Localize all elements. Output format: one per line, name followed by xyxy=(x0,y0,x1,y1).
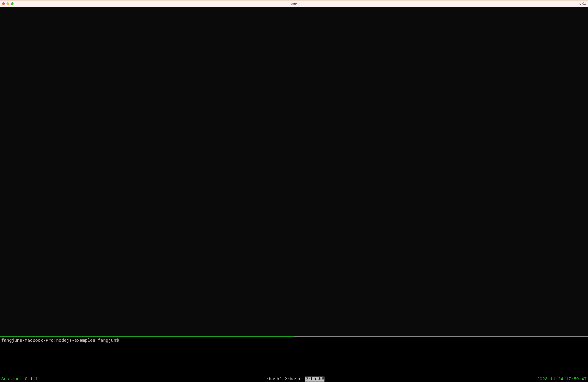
session-num-1: 1 xyxy=(30,377,33,382)
maximize-button[interactable] xyxy=(11,2,14,5)
shell-prompt: fangjuns-MacBook-Pro:nodejs-examples fan… xyxy=(1,337,587,344)
minimize-button[interactable] xyxy=(6,2,9,5)
traffic-lights xyxy=(2,2,14,5)
status-session: Session: 0 1 1 xyxy=(1,377,38,382)
terminal-window: tmux ⌥⌘1 fangjuns-MacBook-Pro:nodejs-exa… xyxy=(0,0,588,382)
status-windows: 1:bash* 2:bash- 3:bash# xyxy=(264,377,324,382)
close-button[interactable] xyxy=(2,2,5,5)
window-tab-2[interactable]: 2:bash- xyxy=(284,377,303,382)
window-title: tmux xyxy=(291,2,297,5)
tmux-pane-top[interactable] xyxy=(0,7,588,336)
window-tab-1[interactable]: 1:bash* xyxy=(264,377,282,382)
tmux-pane-bottom[interactable]: fangjuns-MacBook-Pro:nodejs-examples fan… xyxy=(0,337,588,376)
terminal-body[interactable]: fangjuns-MacBook-Pro:nodejs-examples fan… xyxy=(0,7,588,382)
session-num-0: 0 xyxy=(25,377,27,382)
session-num-2: 1 xyxy=(35,377,38,382)
window-titlebar: tmux ⌥⌘1 xyxy=(0,0,588,7)
session-label: Session: xyxy=(1,377,22,382)
window-shortcut-indicator: ⌥⌘1 xyxy=(578,2,586,5)
status-datetime: 2023-11-24 17:59:47 xyxy=(537,377,587,382)
tmux-status-bar: Session: 0 1 1 1:bash* 2:bash- 3:bash# 2… xyxy=(0,376,588,382)
window-tab-3[interactable]: 3:bash# xyxy=(305,377,324,382)
